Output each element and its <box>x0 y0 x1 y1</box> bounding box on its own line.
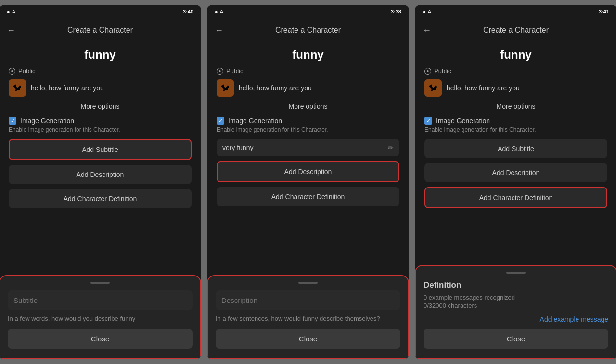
visibility-row-2: ● Public <box>217 67 243 75</box>
status-left-2: ● A <box>215 9 223 14</box>
image-gen-checkbox-1[interactable]: ✓ <box>9 117 16 125</box>
back-button-1[interactable]: ← <box>7 25 15 36</box>
sheet-close-btn-1[interactable]: Close <box>8 329 192 349</box>
top-nav-3: ← Create a Character <box>415 18 616 42</box>
subtitle-field-2[interactable]: very funny ✏ <box>217 139 399 156</box>
enable-text-2: Enable image generation for this Charact… <box>217 126 328 133</box>
edit-icon-2: ✏ <box>388 144 394 151</box>
sheet-handle-2 <box>298 282 318 284</box>
sheet-handle-1 <box>90 282 110 284</box>
chat-preview-1: 🐿 hello, how funny are you <box>9 79 192 97</box>
sheet-handle-3 <box>506 272 526 274</box>
visibility-row-1: ● Public <box>9 67 35 75</box>
image-gen-label-3: Image Generation <box>436 117 490 125</box>
status-left-3: ● A <box>423 9 431 14</box>
checkbox-check-3: ✓ <box>426 118 431 124</box>
sheet-hint-2: In a few sentences, how would funny desc… <box>216 315 400 322</box>
chat-preview-2: 🐿 hello, how funny are you <box>217 79 399 97</box>
chat-message-1: hello, how funny are you <box>31 84 104 92</box>
bottom-sheet-1: In a few words, how would you describe f… <box>0 275 201 359</box>
top-nav-2: ← Create a Character <box>207 18 409 42</box>
add-subtitle-btn-1[interactable]: Add Subtitle <box>9 139 192 160</box>
back-button-3[interactable]: ← <box>423 25 431 36</box>
image-gen-checkbox-3[interactable]: ✓ <box>424 117 432 125</box>
add-description-btn-3[interactable]: Add Description <box>424 163 607 182</box>
status-time-2: 3:38 <box>391 9 401 14</box>
add-subtitle-btn-3[interactable]: Add Subtitle <box>424 139 607 158</box>
checkbox-row-1: ✓ Image Generation <box>9 117 74 125</box>
status-left-1: ● A <box>7 9 15 14</box>
status-time-1: 3:40 <box>183 9 193 14</box>
description-input-2[interactable] <box>216 290 400 310</box>
status-app-2: A <box>220 9 223 14</box>
visibility-icon-3: ● <box>424 68 431 75</box>
visibility-icon-1: ● <box>9 68 15 75</box>
sheet-hint-1: In a few words, how would you describe f… <box>8 315 192 322</box>
character-name-1: funny <box>84 48 116 62</box>
definition-chars-3: 0/32000 characters <box>424 302 608 309</box>
screens-container: ● A 3:40 ← Create a Character funny ● Pu… <box>0 0 616 364</box>
add-description-btn-1[interactable]: Add Description <box>9 165 192 184</box>
subtitle-input-1[interactable] <box>8 290 192 310</box>
status-bar-1: ● A 3:40 <box>0 5 201 18</box>
more-options-1[interactable]: More options <box>81 102 120 110</box>
definition-title-3: Definition <box>424 280 608 290</box>
add-description-btn-2[interactable]: Add Description <box>217 161 399 182</box>
bottom-sheet-2: In a few sentences, how would funny desc… <box>207 275 409 359</box>
checkbox-check-1: ✓ <box>11 118 15 124</box>
nav-title-3: Create a Character <box>483 26 549 35</box>
status-bar-2: ● A 3:38 <box>207 5 409 18</box>
nav-title-2: Create a Character <box>275 26 341 35</box>
status-app-1: A <box>12 9 15 14</box>
image-gen-checkbox-2[interactable]: ✓ <box>217 117 224 125</box>
status-bar-3: ● A 3:41 <box>415 5 616 18</box>
chat-message-3: hello, how funny are you <box>447 84 520 92</box>
add-char-def-btn-3[interactable]: Add Character Definition <box>424 187 607 208</box>
checkbox-check-2: ✓ <box>218 118 223 124</box>
add-example-btn-3[interactable]: Add example message <box>424 315 608 323</box>
character-name-3: funny <box>500 48 531 62</box>
enable-text-1: Enable image generation for this Charact… <box>9 126 120 133</box>
more-options-3[interactable]: More options <box>497 102 536 110</box>
visibility-icon-2: ● <box>217 68 223 75</box>
status-signal-2: ● <box>215 9 218 14</box>
status-time-3: 3:41 <box>599 9 609 14</box>
character-name-2: funny <box>292 48 323 62</box>
chat-preview-3: 🐿 hello, how funny are you <box>424 79 607 97</box>
visibility-label-2: Public <box>226 67 243 75</box>
nav-title-1: Create a Character <box>67 26 133 35</box>
screen-2: ● A 3:38 ← Create a Character funny ● Pu… <box>207 5 409 359</box>
checkbox-row-2: ✓ Image Generation <box>217 117 282 125</box>
checkbox-row-3: ✓ Image Generation <box>424 117 490 125</box>
visibility-row-3: ● Public <box>424 67 451 75</box>
screen-3: ● A 3:41 ← Create a Character funny ● Pu… <box>415 5 616 359</box>
image-gen-label-1: Image Generation <box>20 117 74 125</box>
sheet-close-btn-3[interactable]: Close <box>424 329 608 349</box>
visibility-label-3: Public <box>434 67 451 75</box>
add-char-def-btn-1[interactable]: Add Character Definition <box>9 189 192 208</box>
more-options-2[interactable]: More options <box>289 102 328 110</box>
subtitle-value-2: very funny <box>222 144 254 151</box>
status-signal-1: ● <box>7 9 10 14</box>
bottom-sheet-3: Definition 0 example messages recognized… <box>415 265 616 359</box>
add-char-def-btn-2[interactable]: Add Character Definition <box>217 187 399 206</box>
chat-message-2: hello, how funny are you <box>239 84 312 92</box>
sheet-close-btn-2[interactable]: Close <box>216 329 400 349</box>
definition-count-3: 0 example messages recognized <box>424 294 608 301</box>
status-signal-3: ● <box>423 9 426 14</box>
avatar-3: 🐿 <box>424 79 442 97</box>
avatar-2: 🐿 <box>217 79 234 97</box>
back-button-2[interactable]: ← <box>215 25 223 36</box>
enable-text-3: Enable image generation for this Charact… <box>424 126 536 133</box>
visibility-label-1: Public <box>18 67 35 75</box>
top-nav-1: ← Create a Character <box>0 18 201 42</box>
avatar-1: 🐿 <box>9 79 26 97</box>
image-gen-label-2: Image Generation <box>228 117 282 125</box>
screen-1: ● A 3:40 ← Create a Character funny ● Pu… <box>0 5 201 359</box>
status-app-3: A <box>428 9 431 14</box>
